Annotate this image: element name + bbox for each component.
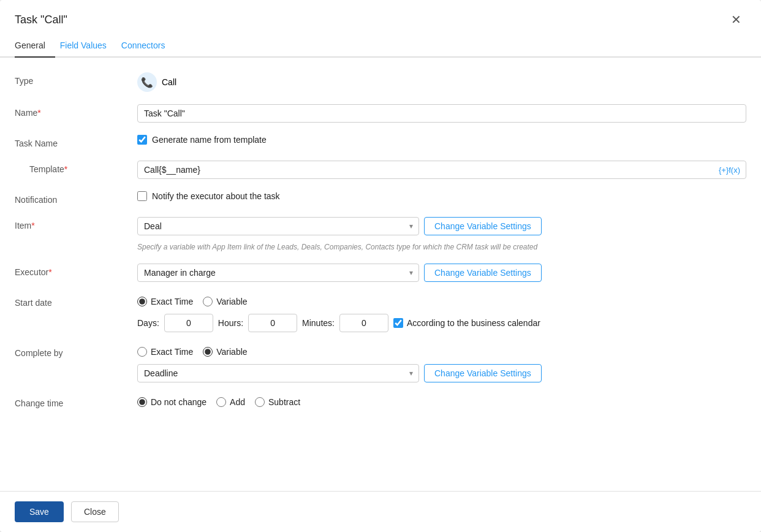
item-select[interactable]: Deal Lead Contact Company (137, 217, 419, 235)
start-variable-label: Variable (216, 297, 247, 306)
complete-variable-label: Variable (216, 347, 247, 357)
name-label: Name* (15, 104, 137, 118)
item-hint: Specify a variable with App Item link of… (137, 243, 746, 251)
complete-variable-radio[interactable] (203, 347, 213, 357)
start-date-section: Exact Time Variable Days: Hours: Minutes… (137, 294, 746, 332)
notification-label: Notification (15, 191, 137, 205)
complete-variable-radio-label[interactable]: Variable (203, 347, 247, 357)
generate-name-checkbox[interactable] (137, 135, 147, 145)
start-exact-label: Exact Time (151, 297, 193, 306)
type-control: 📞 Call (137, 72, 746, 92)
business-cal-checkbox[interactable] (393, 318, 403, 328)
template-input-wrapper: {+}f(x) (137, 161, 746, 179)
task-dialog: Task "Call" ✕ General Field Values Conne… (0, 0, 761, 532)
add-radio-label[interactable]: Add (216, 397, 245, 407)
template-control: {+}f(x) (137, 161, 746, 179)
dialog-title: Task "Call" (15, 13, 67, 26)
item-label: Item* (15, 217, 137, 230)
item-change-var-button[interactable]: Change Variable Settings (424, 217, 542, 235)
business-cal-label[interactable]: According to the business calendar (393, 318, 540, 328)
do-not-change-radio-label[interactable]: Do not change (137, 397, 206, 407)
close-icon[interactable]: ✕ (726, 10, 746, 29)
notification-text: Notify the executor about the task (152, 191, 280, 201)
executor-label: Executor* (15, 264, 137, 277)
complete-by-row: Complete by Exact Time Variable (15, 344, 746, 382)
dialog-header: Task "Call" ✕ (0, 0, 761, 29)
tab-bar: General Field Values Connectors (0, 34, 761, 58)
subtract-label: Subtract (268, 397, 300, 407)
save-button[interactable]: Save (15, 501, 64, 522)
executor-row-inner: Manager in charge Assigned user Current … (137, 264, 542, 282)
start-date-control: Exact Time Variable Days: Hours: Minutes… (137, 294, 746, 332)
notification-control: Notify the executor about the task (137, 191, 746, 201)
type-value: Call (162, 77, 176, 87)
days-label: Days: (137, 318, 159, 328)
name-control (137, 104, 746, 123)
item-row: Item* Deal Lead Contact Company ▾ Change… (15, 217, 746, 251)
tab-field-values[interactable]: Field Values (60, 34, 116, 58)
generate-name-label: Generate name from template (152, 135, 267, 145)
tab-general[interactable]: General (15, 34, 55, 58)
template-label: Template* (15, 161, 137, 174)
business-cal-text: According to the business calendar (407, 318, 540, 328)
start-exact-radio[interactable] (137, 297, 147, 306)
hours-label: Hours: (218, 318, 243, 328)
do-not-change-radio[interactable] (137, 397, 147, 407)
start-date-radio-group: Exact Time Variable (137, 294, 746, 306)
complete-select-wrapper: Deadline Custom date ▾ (137, 364, 419, 382)
complete-by-control: Exact Time Variable Deadline Custom date (137, 344, 746, 382)
executor-change-var-button[interactable]: Change Variable Settings (424, 264, 542, 282)
notification-checkbox[interactable] (137, 191, 147, 201)
name-row: Name* (15, 104, 746, 123)
days-input[interactable] (164, 314, 213, 332)
minutes-input[interactable] (339, 314, 388, 332)
add-radio[interactable] (216, 397, 226, 407)
notification-row: Notification Notify the executor about t… (15, 191, 746, 205)
start-date-row: Start date Exact Time Variable (15, 294, 746, 332)
type-label: Type (15, 72, 137, 86)
task-name-row: Task Name Generate name from template (15, 135, 746, 148)
task-name-label: Task Name (15, 135, 137, 148)
subtract-radio[interactable] (255, 397, 265, 407)
change-time-row: Change time Do not change Add Subtract (15, 395, 746, 408)
start-variable-radio[interactable] (203, 297, 213, 306)
close-button[interactable]: Close (71, 501, 119, 522)
complete-radio-group: Exact Time Variable (137, 344, 746, 357)
type-display: 📞 Call (137, 72, 176, 92)
dialog-footer: Save Close (0, 491, 761, 532)
complete-exact-radio[interactable] (137, 347, 147, 357)
call-icon: 📞 (137, 72, 157, 92)
template-input[interactable] (137, 161, 746, 179)
task-name-control: Generate name from template (137, 135, 746, 145)
tab-connectors[interactable]: Connectors (121, 34, 175, 58)
notification-checkbox-label[interactable]: Notify the executor about the task (137, 191, 280, 201)
add-label: Add (230, 397, 245, 407)
complete-select[interactable]: Deadline Custom date (137, 364, 419, 382)
complete-change-var-button[interactable]: Change Variable Settings (424, 364, 542, 382)
change-time-radio-group: Do not change Add Subtract (137, 395, 300, 407)
item-row-inner: Deal Lead Contact Company ▾ Change Varia… (137, 217, 746, 235)
hours-input[interactable] (248, 314, 297, 332)
start-date-label: Start date (15, 294, 137, 308)
name-input[interactable] (137, 104, 746, 123)
complete-row2: Deadline Custom date ▾ Change Variable S… (137, 364, 746, 382)
complete-by-label: Complete by (15, 344, 137, 358)
template-suffix[interactable]: {+}f(x) (719, 165, 740, 175)
start-date-days-row: Days: Hours: Minutes: According to the b… (137, 314, 746, 332)
subtract-radio-label[interactable]: Subtract (255, 397, 300, 407)
start-variable-radio-label[interactable]: Variable (203, 297, 247, 306)
change-time-label: Change time (15, 395, 137, 408)
executor-row: Executor* Manager in charge Assigned use… (15, 264, 746, 282)
complete-exact-label: Exact Time (151, 347, 193, 357)
item-select-wrapper: Deal Lead Contact Company ▾ (137, 217, 419, 235)
executor-select[interactable]: Manager in charge Assigned user Current … (137, 264, 419, 282)
template-row: Template* {+}f(x) (15, 161, 746, 179)
minutes-label: Minutes: (302, 318, 335, 328)
do-not-change-label: Do not change (151, 397, 206, 407)
complete-exact-radio-label[interactable]: Exact Time (137, 347, 193, 357)
start-exact-radio-label[interactable]: Exact Time (137, 297, 193, 306)
form-content: Type 📞 Call Name* Task Name (0, 58, 761, 491)
item-control: Deal Lead Contact Company ▾ Change Varia… (137, 217, 746, 251)
type-row: Type 📞 Call (15, 72, 746, 92)
generate-name-checkbox-label[interactable]: Generate name from template (137, 135, 267, 145)
